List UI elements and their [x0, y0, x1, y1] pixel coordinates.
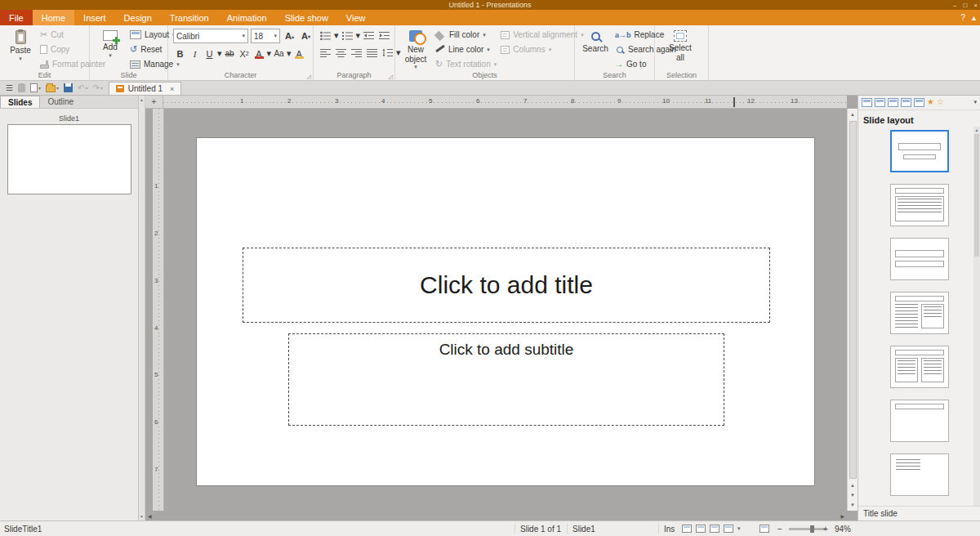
notes-view-icon[interactable]	[724, 525, 733, 533]
select-all-button[interactable]: Select all	[660, 29, 701, 64]
align-center-button[interactable]	[334, 46, 348, 60]
touch-mode-icon[interactable]	[18, 83, 25, 92]
title-placeholder[interactable]: Click to add title	[243, 248, 770, 323]
layout-thumbnail-title-content[interactable]	[890, 184, 949, 226]
pane-layouts-icon[interactable]	[862, 98, 872, 107]
paste-button[interactable]: Paste ▾	[5, 29, 36, 62]
favorites-star-outline-icon[interactable]: ☆	[937, 98, 944, 106]
strikethrough-button[interactable]: ab	[223, 47, 237, 60]
tab-design[interactable]: Design	[115, 10, 161, 25]
scroll-up-icon[interactable]: ▲	[850, 110, 855, 118]
pane-animations-icon[interactable]	[901, 98, 911, 107]
layout-list-scrollbar[interactable]: ▲	[973, 127, 980, 506]
layout-thumbnail-two-content[interactable]	[890, 292, 949, 334]
pane-designs-icon[interactable]	[875, 98, 885, 107]
fill-color-button[interactable]: Fill color ▾	[435, 29, 497, 41]
vertical-ruler[interactable]: 1 2 3 4 5 6 7	[153, 109, 164, 511]
pane-transitions-icon[interactable]	[888, 98, 898, 107]
pane-objects-icon[interactable]	[914, 98, 924, 107]
zoom-out-button[interactable]: −	[777, 521, 782, 536]
next-slide-icon[interactable]: ▼	[850, 491, 855, 499]
highlight-button[interactable]: A	[292, 47, 306, 60]
ruler-margin-marker[interactable]	[733, 97, 735, 107]
italic-button[interactable]: I	[188, 47, 202, 60]
paragraph-dialog-launcher-icon[interactable]: ◿	[389, 74, 393, 79]
tab-file[interactable]: File	[0, 10, 33, 25]
justify-button[interactable]	[365, 46, 379, 60]
canvas-vertical-scrollbar[interactable]: ▲ ▲ ▼ ▼	[847, 109, 858, 511]
tab-animation[interactable]: Animation	[218, 10, 276, 25]
normal-view-icon[interactable]	[682, 525, 692, 533]
sidebar-options-caret-icon[interactable]: ▾	[973, 99, 977, 105]
scrollbar-thumb[interactable]	[849, 121, 857, 479]
subscript-button[interactable]: X2	[238, 47, 252, 60]
scroll-left-icon[interactable]: ◀	[148, 513, 152, 519]
bullet-list-caret-icon[interactable]: ▾	[334, 30, 339, 41]
insert-mode-indicator[interactable]: Ins	[664, 521, 675, 536]
line-spacing-button[interactable]	[381, 46, 394, 60]
document-tab[interactable]: Untitled 1 ×	[109, 82, 182, 95]
new-object-button[interactable]: New object ▾	[400, 29, 431, 70]
scroll-right-icon[interactable]: ▶	[840, 513, 844, 519]
outline-view-icon[interactable]	[710, 525, 719, 533]
font-color-caret-icon[interactable]: ▾	[267, 48, 272, 59]
new-object-caret-icon[interactable]: ▾	[414, 65, 417, 69]
tab-view[interactable]: View	[337, 10, 375, 25]
close-button[interactable]: ×	[973, 2, 978, 9]
add-slide-button[interactable]: Add ▾	[95, 29, 126, 59]
layout-thumbnail-section[interactable]	[890, 238, 949, 280]
numbered-list-button[interactable]	[341, 29, 354, 42]
font-family-select[interactable]: Calibri ▾	[173, 29, 248, 43]
scroll-up-icon[interactable]: ▲	[975, 127, 979, 132]
horizontal-ruler[interactable]: 1 2 3 4 5 6 7 8 9 10 11 12 13	[163, 96, 847, 109]
open-document-button[interactable]: ▾	[46, 83, 59, 92]
tab-outline[interactable]: Outline	[40, 96, 81, 108]
text-rotation-button[interactable]: ↻ Text rotation ▾	[435, 58, 497, 70]
status-slide-name[interactable]: Slide1	[572, 521, 595, 536]
scrollbar-thumb[interactable]	[974, 134, 979, 257]
shrink-font-button[interactable]: A▾	[299, 29, 313, 43]
slide[interactable]: Click to add title Click to add subtitle	[196, 137, 815, 486]
status-slide-count[interactable]: Slide 1 of 1	[520, 521, 561, 536]
decrease-indent-button[interactable]	[362, 29, 376, 42]
slide-sorter-view-icon[interactable]	[696, 525, 706, 533]
menu-icon[interactable]: ☰	[6, 83, 13, 92]
tab-slide-show[interactable]: Slide show	[276, 10, 337, 25]
columns-button[interactable]: Columns ▾	[501, 43, 583, 56]
add-slide-caret-icon[interactable]: ▾	[109, 54, 112, 57]
underline-button[interactable]: U	[203, 47, 216, 60]
save-icon[interactable]	[64, 83, 73, 92]
view-options-caret-icon[interactable]: ▾	[737, 525, 741, 532]
align-left-button[interactable]	[318, 46, 332, 60]
undo-button[interactable]: ↶▾	[78, 83, 87, 92]
align-right-button[interactable]	[350, 46, 363, 60]
layout-thumbnail-content-only[interactable]	[890, 453, 949, 496]
paste-caret-icon[interactable]: ▾	[19, 57, 22, 60]
new-document-button[interactable]: ▾	[30, 83, 41, 92]
close-tab-icon[interactable]: ×	[170, 85, 174, 93]
scroll-down-icon[interactable]: ▼	[850, 501, 855, 509]
tab-transition[interactable]: Transition	[161, 10, 218, 25]
favorites-star-icon[interactable]: ★	[927, 98, 934, 106]
subtitle-placeholder[interactable]: Click to add subtitle	[288, 333, 724, 426]
search-button[interactable]: Search	[580, 29, 611, 56]
vertical-alignment-button[interactable]: Vertical alignment ▾	[501, 29, 583, 41]
ruler-origin[interactable]: +	[145, 96, 163, 109]
font-size-select[interactable]: 18 ▾	[251, 29, 280, 43]
collapse-ribbon-icon[interactable]: ▴	[972, 13, 976, 22]
previous-slide-icon[interactable]: ▲	[850, 481, 855, 489]
grow-font-button[interactable]: A▴	[283, 29, 296, 43]
bold-button[interactable]: B	[173, 47, 187, 60]
canvas-horizontal-scrollbar[interactable]: ◀ ▶	[145, 511, 847, 520]
underline-caret-icon[interactable]: ▾	[217, 48, 222, 59]
tab-slides[interactable]: Slides	[0, 96, 40, 108]
help-icon[interactable]: ?	[960, 13, 965, 22]
line-color-button[interactable]: Line color ▾	[435, 43, 497, 56]
layout-thumbnail-title-only[interactable]	[890, 400, 949, 442]
zoom-thumb[interactable]	[810, 525, 814, 533]
zoom-track[interactable]	[789, 528, 825, 530]
change-case-caret-icon[interactable]: ▾	[287, 48, 292, 59]
maximize-button[interactable]: □	[963, 2, 967, 9]
font-color-button[interactable]: A	[252, 47, 266, 60]
scroll-up-icon[interactable]: ▲	[140, 97, 144, 102]
